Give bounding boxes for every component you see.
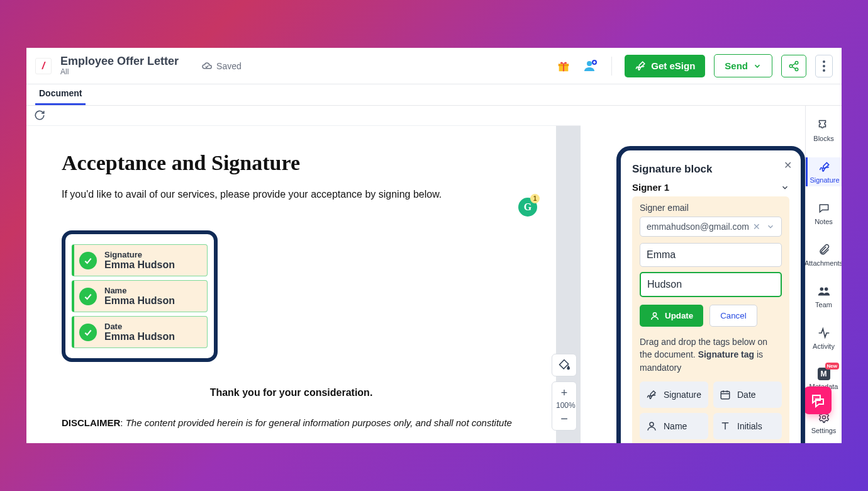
panel-title: Signature block xyxy=(632,163,789,176)
tag-label: Signature xyxy=(104,250,175,259)
tabs-row: Document xyxy=(26,84,842,106)
svg-point-10 xyxy=(823,60,825,63)
tag-label: Date xyxy=(737,390,756,400)
document-page[interactable]: Acceptance and Signature If you'd like t… xyxy=(26,126,556,443)
thank-you-text: Thank you for your consideration. xyxy=(62,387,521,398)
chat-fab[interactable] xyxy=(804,387,832,414)
rail-attachments[interactable]: Attachments xyxy=(806,240,842,269)
tag-label: Name xyxy=(104,286,175,295)
get-esign-button[interactable]: Get eSign xyxy=(625,55,705,77)
cancel-button[interactable]: Cancel xyxy=(709,305,757,327)
gift-icon[interactable] xyxy=(555,57,572,75)
chevron-down-icon xyxy=(753,62,762,71)
topbar: / Employee Offer Letter All Saved Get eS… xyxy=(26,48,842,84)
esign-icon xyxy=(635,60,646,72)
add-user-icon[interactable] xyxy=(581,57,599,75)
send-label: Send xyxy=(725,60,748,71)
chevron-down-icon[interactable] xyxy=(781,183,789,192)
zoom-out-button[interactable]: − xyxy=(556,411,572,426)
check-icon xyxy=(79,324,97,341)
team-icon xyxy=(817,285,831,298)
update-label: Update xyxy=(665,311,693,320)
rail-label: Signature xyxy=(810,176,839,184)
signature-group-highlight: Signature Emma Hudson Name Emma Hudson xyxy=(62,230,218,362)
disclaimer: DISCLAIMER: The content provided herein … xyxy=(62,417,521,428)
name-tag-placed[interactable]: Name Emma Hudson xyxy=(72,280,208,312)
brand-logo: / xyxy=(35,58,52,74)
rail-label: Settings xyxy=(811,427,837,434)
signer-card: Signer email emmahudson@gmail.com ✕ xyxy=(632,196,789,443)
rail-team[interactable]: Team xyxy=(806,282,842,311)
svg-point-3 xyxy=(587,61,592,66)
share-icon xyxy=(788,60,799,72)
svg-point-21 xyxy=(650,422,654,426)
svg-line-8 xyxy=(792,63,795,65)
more-menu-button[interactable] xyxy=(815,55,833,77)
get-esign-label: Get eSign xyxy=(651,60,695,71)
saved-indicator: Saved xyxy=(201,60,242,72)
tag-label: Initials xyxy=(737,421,762,431)
section-lead: If you'd like to avail of our services, … xyxy=(62,189,521,200)
fill-color-button[interactable] xyxy=(552,354,577,376)
update-button[interactable]: Update xyxy=(640,305,703,327)
tab-document[interactable]: Document xyxy=(35,88,86,105)
signer-email-label: Signer email xyxy=(640,203,782,213)
date-tag-placed[interactable]: Date Emma Hudson xyxy=(72,316,208,348)
editor-region: Acceptance and Signature If you'd like t… xyxy=(26,106,581,443)
draggable-tags: Signature Date Name xyxy=(640,381,782,439)
signature-icon xyxy=(818,161,831,173)
refresh-icon xyxy=(34,110,45,121)
tag-initials[interactable]: Initials xyxy=(713,413,782,439)
section-heading: Acceptance and Signature xyxy=(62,151,521,175)
clear-email-icon[interactable]: ✕ xyxy=(753,222,760,232)
rail-label: Team xyxy=(815,301,832,308)
cloud-saved-icon xyxy=(201,60,213,72)
person-icon xyxy=(650,311,660,321)
activity-icon xyxy=(818,327,830,339)
rail-label: Attachments xyxy=(804,259,842,267)
calendar-icon xyxy=(720,389,731,400)
app-window: / Employee Offer Letter All Saved Get eS… xyxy=(26,48,842,443)
rail-notes[interactable]: Notes xyxy=(806,199,842,228)
chevron-down-icon xyxy=(766,222,775,231)
svg-point-7 xyxy=(795,68,798,71)
svg-point-6 xyxy=(789,64,793,67)
tag-value: Emma Hudson xyxy=(104,331,175,342)
puzzle-icon xyxy=(818,119,830,132)
new-badge: New xyxy=(825,363,839,370)
signature-panel: ✕ Signature block Signer 1 Signer email … xyxy=(623,153,798,443)
check-icon xyxy=(79,288,97,305)
saved-label: Saved xyxy=(216,61,242,71)
zoom-in-button[interactable]: + xyxy=(556,386,572,400)
first-name-input[interactable] xyxy=(640,243,782,267)
grammarly-badge-icon[interactable]: G xyxy=(518,198,537,217)
check-icon xyxy=(79,252,97,269)
tag-name[interactable]: Name xyxy=(640,413,708,439)
close-icon[interactable]: ✕ xyxy=(784,159,792,171)
rail-activity[interactable]: Activity xyxy=(806,324,842,353)
svg-point-15 xyxy=(822,416,825,419)
document-subtitle: All xyxy=(60,68,179,77)
tag-signature[interactable]: Signature xyxy=(640,381,708,408)
chat-bubbles-icon xyxy=(810,393,825,408)
tag-value: Emma Hudson xyxy=(104,295,175,307)
refresh-button[interactable] xyxy=(34,110,47,122)
tag-date[interactable]: Date xyxy=(713,381,782,408)
last-name-input[interactable] xyxy=(640,272,782,297)
text-icon xyxy=(720,420,731,432)
signature-panel-highlight: ✕ Signature block Signer 1 Signer email … xyxy=(616,146,805,443)
svg-point-12 xyxy=(823,69,825,72)
tag-label: Signature xyxy=(664,390,701,400)
canvas[interactable]: Acceptance and Signature If you'd like t… xyxy=(26,126,581,443)
send-button[interactable]: Send xyxy=(714,54,772,77)
signer-email-select[interactable]: emmahudson@gmail.com ✕ xyxy=(640,217,782,237)
rail-label: Activity xyxy=(813,342,835,350)
svg-point-14 xyxy=(824,288,828,291)
zoom-value: 100% xyxy=(556,400,572,411)
signer-email-value: emmahudson@gmail.com xyxy=(647,222,749,232)
rail-blocks[interactable]: Blocks xyxy=(806,116,842,145)
signature-tag-placed[interactable]: Signature Emma Hudson xyxy=(72,244,208,276)
document-title: Employee Offer Letter xyxy=(60,55,179,68)
rail-signature[interactable]: Signature xyxy=(806,157,842,186)
share-button[interactable] xyxy=(781,55,806,77)
